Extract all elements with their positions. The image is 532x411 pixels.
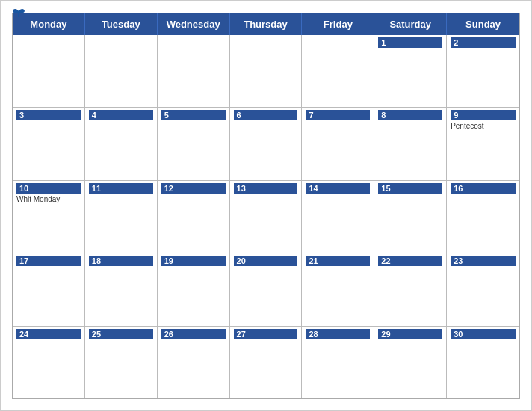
day-number: 22: [378, 256, 442, 266]
weeks-container: 123456789Pentecost10Whit Monday111213141…: [13, 35, 519, 398]
day-number: 27: [234, 329, 298, 339]
day-cell: 17: [13, 253, 85, 325]
day-number: 28: [306, 329, 370, 339]
day-number: 7: [306, 110, 370, 120]
day-number: 14: [306, 183, 370, 194]
day-number: 4: [89, 110, 153, 120]
day-number: 8: [378, 110, 442, 120]
day-cell: 18: [85, 253, 158, 325]
day-cell: 20: [230, 253, 303, 325]
day-cell: 26: [158, 327, 230, 398]
day-number: 11: [89, 183, 153, 194]
day-number: 19: [161, 256, 226, 266]
day-cell: 12: [158, 181, 230, 253]
day-cell: 1: [374, 35, 447, 107]
day-header-saturday: Saturday: [374, 13, 447, 35]
logo-bird-icon: [12, 8, 25, 19]
day-number: 29: [378, 329, 442, 339]
day-cell: 27: [230, 327, 303, 398]
day-cell: 8: [374, 108, 447, 179]
day-number: 6: [234, 110, 298, 120]
week-row-4: 17181920212223: [13, 253, 519, 325]
day-number: 13: [234, 183, 298, 194]
week-row-1: 12: [13, 35, 519, 107]
day-cell: 7: [302, 108, 374, 179]
day-cell: 10Whit Monday: [13, 181, 85, 253]
day-cell: 21: [302, 253, 374, 325]
day-headers-row: MondayTuesdayWednesdayThursdayFridaySatu…: [13, 13, 519, 35]
day-cell: [302, 35, 374, 107]
day-cell: 13: [230, 181, 303, 253]
day-cell: 6: [230, 108, 303, 179]
day-cell: 4: [85, 108, 158, 179]
calendar: MondayTuesdayWednesdayThursdayFridaySatu…: [0, 0, 532, 411]
week-row-5: 24252627282930: [13, 326, 519, 398]
day-cell: 24: [13, 327, 85, 398]
week-row-3: 10Whit Monday111213141516: [13, 180, 519, 253]
day-cell: 5: [158, 108, 230, 179]
day-cell: 11: [85, 181, 158, 253]
day-number: 15: [378, 183, 442, 194]
day-number: 5: [161, 110, 226, 120]
day-number: 2: [451, 37, 516, 48]
day-number: 9: [451, 110, 516, 120]
day-header-thursday: Thursday: [230, 13, 303, 35]
day-cell: [230, 35, 303, 107]
day-number: 20: [234, 256, 298, 266]
day-number: 10: [16, 183, 81, 194]
day-cell: 22: [374, 253, 447, 325]
day-number: 17: [16, 256, 81, 266]
week-row-2: 3456789Pentecost: [13, 107, 519, 179]
day-number: 24: [16, 329, 81, 339]
event-label: Whit Monday: [16, 195, 81, 203]
day-header-wednesday: Wednesday: [158, 13, 230, 35]
day-header-tuesday: Tuesday: [85, 13, 158, 35]
day-cell: 23: [447, 253, 519, 325]
day-header-sunday: Sunday: [447, 13, 519, 35]
day-header-friday: Friday: [302, 13, 374, 35]
day-cell: 2: [447, 35, 519, 107]
event-label: Pentecost: [451, 122, 516, 130]
day-cell: 3: [13, 108, 85, 179]
day-cell: 28: [302, 327, 374, 398]
day-cell: 15: [374, 181, 447, 253]
day-cell: 19: [158, 253, 230, 325]
day-number: 3: [16, 110, 81, 120]
day-cell: 30: [447, 327, 519, 398]
day-number: 30: [451, 329, 516, 339]
day-cell: 16: [447, 181, 519, 253]
day-cell: 25: [85, 327, 158, 398]
day-cell: 9Pentecost: [447, 108, 519, 179]
day-cell: 29: [374, 327, 447, 398]
day-cell: [85, 35, 158, 107]
day-number: 16: [451, 183, 516, 194]
day-number: 25: [89, 329, 153, 339]
calendar-grid: MondayTuesdayWednesdayThursdayFridaySatu…: [12, 13, 520, 399]
logo-blue: [12, 8, 27, 19]
day-number: 26: [161, 329, 226, 339]
day-cell: [13, 35, 85, 107]
day-cell: 14: [302, 181, 374, 253]
day-number: 21: [306, 256, 370, 266]
day-number: 1: [378, 37, 442, 48]
logo: [12, 8, 27, 19]
day-cell: [158, 35, 230, 107]
day-number: 12: [161, 183, 226, 194]
day-number: 23: [451, 256, 516, 266]
day-number: 18: [89, 256, 153, 266]
